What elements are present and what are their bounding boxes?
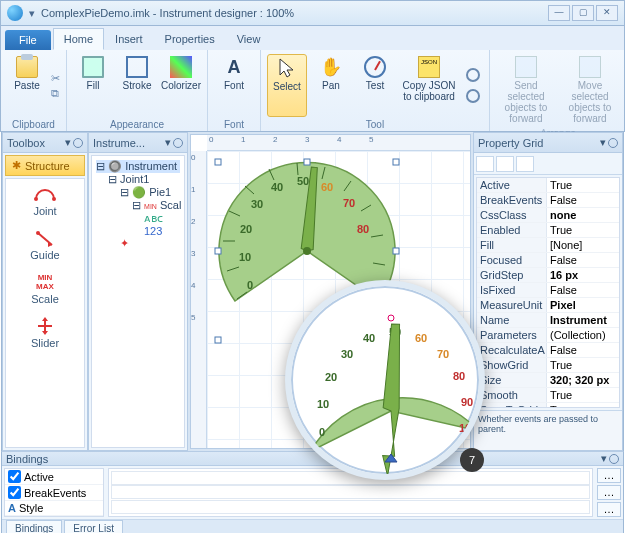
property-value[interactable]: True — [547, 403, 619, 408]
property-row[interactable]: EnabledTrue — [477, 223, 619, 238]
tree-node-scale[interactable]: ⊟ MIN Scal — [96, 199, 180, 212]
bindings-editor[interactable] — [108, 468, 593, 517]
fill-button[interactable]: Fill — [73, 54, 113, 117]
minimize-button[interactable]: — — [548, 5, 570, 21]
property-row[interactable]: Fill[None] — [477, 238, 619, 253]
pin-icon[interactable] — [609, 454, 619, 464]
pin-icon[interactable] — [73, 138, 83, 148]
pin-icon[interactable] — [173, 138, 183, 148]
font-button[interactable]: AFont — [214, 54, 254, 117]
property-row[interactable]: SmoothTrue — [477, 388, 619, 403]
property-value[interactable]: True — [547, 358, 619, 372]
property-value[interactable]: 320; 320 px — [547, 373, 619, 387]
tab-error-list[interactable]: Error List — [64, 520, 123, 533]
property-value[interactable]: (Collection) — [547, 328, 619, 342]
tree-node-pie[interactable]: ⊟ 🟢 Pie1 — [96, 186, 180, 199]
zoom-out-icon[interactable] — [466, 89, 480, 103]
dropdown-icon[interactable]: ▾ — [165, 136, 171, 149]
tab-view[interactable]: View — [226, 28, 272, 50]
binding-row[interactable]: AStyle — [5, 501, 103, 516]
property-value[interactable]: True — [547, 223, 619, 237]
property-row[interactable]: ShowGridTrue — [477, 358, 619, 373]
property-row[interactable]: ActiveTrue — [477, 178, 619, 193]
binding-checkbox[interactable] — [8, 470, 21, 483]
binding-checkbox[interactable] — [8, 486, 21, 499]
tab-insert[interactable]: Insert — [104, 28, 154, 50]
tree-node-marker[interactable]: ✦ — [96, 237, 180, 250]
tree-node-joint[interactable]: ⊟ Joint1 — [96, 173, 180, 186]
cut-icon[interactable]: ✂ — [51, 72, 60, 85]
property-value[interactable]: False — [547, 343, 619, 357]
property-value[interactable]: Pixel — [547, 298, 619, 312]
property-grid-header[interactable]: Property Grid ▾ — [474, 133, 622, 153]
file-tab[interactable]: File — [5, 30, 51, 50]
send-fwd-label: Send selected objects to forward — [498, 80, 554, 124]
copy-icon[interactable]: ⧉ — [51, 87, 60, 100]
qat-dropdown-icon[interactable]: ▾ — [29, 7, 35, 20]
select-button[interactable]: Select — [267, 54, 307, 117]
bindings-header[interactable]: Bindings ▾ — [2, 452, 623, 466]
pan-button[interactable]: ✋Pan — [311, 54, 351, 117]
property-row[interactable]: BreakEventsFalse — [477, 193, 619, 208]
tree-node-text[interactable]: ᴀʙᴄ — [96, 212, 180, 225]
ellipsis-button[interactable]: … — [597, 468, 621, 483]
ellipsis-button[interactable]: … — [597, 502, 621, 517]
property-value[interactable]: none — [547, 208, 619, 222]
close-button[interactable]: ✕ — [596, 5, 618, 21]
property-value[interactable]: False — [547, 283, 619, 297]
property-table[interactable]: ActiveTrueBreakEventsFalseCssClassnoneEn… — [476, 177, 620, 408]
binding-value-row[interactable] — [111, 500, 590, 514]
alphabetical-button[interactable] — [496, 156, 514, 172]
zoom-in-icon[interactable] — [466, 68, 480, 82]
property-row[interactable]: MeasureUnitPixel — [477, 298, 619, 313]
property-value[interactable]: True — [547, 388, 619, 402]
binding-row[interactable]: Active — [5, 469, 103, 485]
property-value[interactable]: False — [547, 193, 619, 207]
property-value[interactable]: 16 px — [547, 268, 619, 282]
toolbox-header[interactable]: Toolbox ▾ — [3, 133, 87, 153]
dropdown-icon[interactable]: ▾ — [601, 452, 607, 465]
tab-home[interactable]: Home — [53, 28, 104, 50]
property-value[interactable]: False — [547, 253, 619, 267]
layers-icon — [515, 56, 537, 78]
tool-joint[interactable]: Joint — [6, 179, 84, 223]
bindings-list[interactable]: Active BreakEvents AStyle — [4, 468, 104, 517]
property-value[interactable]: True — [547, 178, 619, 192]
maximize-button[interactable]: ▢ — [572, 5, 594, 21]
property-value[interactable]: [None] — [547, 238, 619, 252]
test-button[interactable]: Test — [355, 54, 395, 117]
property-row[interactable]: Size320; 320 px — [477, 373, 619, 388]
tree-node-num[interactable]: 123 — [96, 225, 180, 237]
property-row[interactable]: Parameters(Collection) — [477, 328, 619, 343]
tool-guide[interactable]: Guide — [6, 223, 84, 267]
property-row[interactable]: NameInstrument — [477, 313, 619, 328]
property-row[interactable]: FocusedFalse — [477, 253, 619, 268]
property-row[interactable]: CssClassnone — [477, 208, 619, 223]
prop-pages-button[interactable] — [516, 156, 534, 172]
property-row[interactable]: IsFixedFalse — [477, 283, 619, 298]
property-value[interactable]: Instrument — [547, 313, 619, 327]
binding-row[interactable]: BreakEvents — [5, 485, 103, 501]
binding-value-row[interactable] — [111, 485, 590, 499]
dropdown-icon[interactable]: ▾ — [65, 136, 71, 149]
tree-node-instrument[interactable]: ⊟ 🔘 Instrument — [96, 160, 180, 173]
categorize-button[interactable] — [476, 156, 494, 172]
ellipsis-button[interactable]: … — [597, 485, 621, 500]
stroke-button[interactable]: Stroke — [117, 54, 157, 117]
property-row[interactable]: GridStep16 px — [477, 268, 619, 283]
property-row[interactable]: SnapToGridTrue — [477, 403, 619, 408]
tab-properties[interactable]: Properties — [154, 28, 226, 50]
instrument-tree[interactable]: ⊟ 🔘 Instrument ⊟ Joint1 ⊟ 🟢 Pie1 ⊟ MIN S… — [91, 155, 185, 448]
copy-json-button[interactable]: JSONCopy JSON to clipboard — [399, 54, 459, 117]
structure-tab[interactable]: ✱ Structure — [5, 155, 85, 176]
guide-icon — [34, 229, 56, 247]
tool-slider[interactable]: Slider — [6, 311, 84, 355]
pin-icon[interactable] — [608, 138, 618, 148]
dropdown-icon[interactable]: ▾ — [600, 136, 606, 149]
paste-button[interactable]: Paste — [7, 54, 47, 117]
tool-scale[interactable]: MIN MAX Scale — [6, 267, 84, 311]
colorizer-button[interactable]: Colorizer — [161, 54, 201, 117]
tree-header[interactable]: Instrume... ▾ — [89, 133, 187, 153]
property-row[interactable]: RecalculateAFalse — [477, 343, 619, 358]
tab-bindings[interactable]: Bindings — [6, 520, 62, 533]
